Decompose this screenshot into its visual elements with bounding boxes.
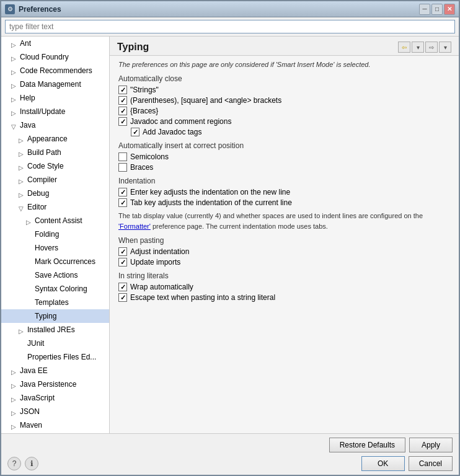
tree-arrow-cloud-foundry: ▷ (11, 53, 19, 61)
checkbox-label-semicolons: Semicolons (130, 152, 169, 161)
checkbox-label-parentheses: (Parentheses), [square] and <angle> brac… (130, 96, 281, 105)
bottom-icons: ? ℹ (7, 457, 38, 470)
checkbox-wrap-auto[interactable] (118, 283, 127, 291)
checkbox-label-enter-key: Enter key adjusts the indentation on the… (130, 188, 290, 196)
tree-label-save-actions: Save Actions (35, 270, 77, 281)
checkbox-adjust-indent[interactable] (118, 247, 127, 256)
tree-label-build-path: Build Path (27, 147, 61, 158)
checkbox-javadoc[interactable] (118, 117, 127, 126)
tree-label-install-update: Install/Update (20, 106, 65, 117)
checkbox-escape-text[interactable] (118, 293, 127, 302)
tree-item-javascript[interactable]: ▷JavaScript (1, 391, 109, 405)
search-input[interactable] (5, 20, 455, 33)
tree-item-typing[interactable]: Typing (1, 309, 109, 323)
ok-button[interactable]: OK (361, 456, 405, 471)
close-button[interactable]: ✕ (444, 4, 455, 15)
tree-arrow-hovers (26, 244, 33, 252)
checkbox-braces[interactable] (118, 107, 127, 115)
maximize-button[interactable]: □ (431, 4, 443, 15)
window-title: Preferences (19, 5, 419, 14)
checkbox-braces-insert[interactable] (118, 163, 127, 172)
tree-panel: ▷Ant▷Cloud Foundry▷Code Recommenders▷Dat… (1, 37, 110, 433)
tree-item-properties-files-editor[interactable]: Properties Files Ed... (1, 350, 109, 364)
tree-label-java: Java (20, 120, 35, 131)
tree-arrow-ant: ▷ (11, 40, 19, 47)
window-icon: ⚙ (5, 4, 15, 14)
tree-label-compiler: Compiler (27, 174, 57, 185)
checkbox-row-add-javadoc-tags: Add Javadoc tags (131, 128, 450, 136)
info-icon[interactable]: ℹ (25, 457, 38, 470)
back-nav-button[interactable]: ⇦ (398, 42, 410, 53)
checkbox-row-javadoc: Javadoc and comment regions (118, 117, 450, 126)
tree-item-java-persistence[interactable]: ▷Java Persistence (1, 377, 109, 391)
nav-dropdown-button[interactable]: ▾ (412, 42, 424, 53)
tree-item-syntax-coloring[interactable]: Syntax Coloring (1, 282, 109, 296)
tree-item-ant[interactable]: ▷Ant (1, 37, 109, 50)
section-note-indentation: The tab display value (currently 4) and … (118, 211, 450, 231)
tree-item-code-recommenders[interactable]: ▷Code Recommenders (1, 64, 109, 77)
tree-item-compiler[interactable]: ▷Compiler (1, 173, 109, 187)
tree-item-mark-occurrences[interactable]: Mark Occurrences (1, 255, 109, 268)
restore-apply-row: Restore Defaults Apply (7, 438, 453, 452)
checkbox-add-javadoc-tags[interactable] (131, 128, 139, 136)
tree-item-templates[interactable]: Templates (1, 296, 109, 309)
tree-item-junit[interactable]: JUnit (1, 337, 109, 350)
tree-item-install-update[interactable]: ▷Install/Update (1, 105, 109, 118)
tree-item-save-actions[interactable]: Save Actions (1, 268, 109, 282)
tree-item-help[interactable]: ▷Help (1, 91, 109, 105)
formatter-link[interactable]: 'Formatter' (118, 223, 151, 230)
tree-label-code-recommenders: Code Recommenders (20, 65, 92, 76)
checkbox-strings[interactable] (118, 86, 127, 94)
tree-item-content-assist[interactable]: ▷Content Assist (1, 214, 109, 227)
checkbox-parentheses[interactable] (118, 96, 127, 105)
tree-arrow-java-ee: ▷ (11, 367, 19, 374)
restore-defaults-button[interactable]: Restore Defaults (329, 438, 405, 452)
tree-label-cloud-foundry: Cloud Foundry (20, 51, 69, 63)
checkbox-enter-key[interactable] (118, 188, 127, 196)
section-label-string-literals: In string literals (118, 271, 450, 280)
tree-item-editor[interactable]: ▽Editor (1, 200, 109, 214)
window-controls: ─ □ ✕ (419, 4, 455, 15)
section-label-when-pasting: When pasting (118, 236, 450, 245)
section-auto-close: Automatically close"Strings"(Parentheses… (118, 74, 450, 136)
tree-item-cloud-foundry[interactable]: ▷Cloud Foundry (1, 50, 109, 64)
tree-item-folding[interactable]: Folding (1, 227, 109, 241)
tree-item-java[interactable]: ▽Java (1, 118, 109, 132)
section-label-auto-close: Automatically close (118, 74, 450, 83)
tree-item-build-path[interactable]: ▷Build Path (1, 146, 109, 159)
checkbox-label-add-javadoc-tags: Add Javadoc tags (143, 128, 201, 136)
forward-nav-button[interactable]: ⇨ (425, 42, 438, 53)
tree-label-templates: Templates (35, 297, 69, 308)
checkbox-row-adjust-indent: Adjust indentation (118, 247, 450, 256)
tree-item-java-ee[interactable]: ▷Java EE (1, 364, 109, 377)
tree-item-code-style[interactable]: ▷Code Style (1, 159, 109, 173)
tree-arrow-java-persistence: ▷ (11, 381, 19, 388)
checkbox-row-braces: {Braces} (118, 107, 450, 115)
section-label-indentation: Indentation (118, 177, 450, 185)
tree-arrow-help: ▷ (11, 94, 19, 102)
cancel-button[interactable]: Cancel (409, 456, 453, 471)
tree-item-installed-jres[interactable]: ▷Installed JREs (1, 323, 109, 337)
tree-item-json[interactable]: ▷JSON (1, 405, 109, 418)
checkbox-label-tab-key: Tab key adjusts the indentation of the c… (130, 198, 292, 207)
tree-item-data-management[interactable]: ▷Data Management (1, 77, 109, 91)
tree-label-java-ee: Java EE (20, 365, 48, 376)
tree-item-debug[interactable]: ▷Debug (1, 187, 109, 200)
tree-item-hovers[interactable]: Hovers (1, 241, 109, 255)
nav-more-button[interactable]: ▾ (439, 42, 451, 53)
checkbox-tab-key[interactable] (118, 198, 127, 207)
apply-button[interactable]: Apply (409, 438, 453, 452)
tree-label-junit: JUnit (27, 338, 44, 349)
checkbox-semicolons[interactable] (118, 152, 127, 161)
tree-item-maven[interactable]: ▷Maven (1, 418, 109, 432)
checkbox-update-imports[interactable] (118, 258, 127, 267)
tree-label-data-management: Data Management (20, 79, 81, 90)
tree-item-appearance[interactable]: ▷Appearance (1, 132, 109, 146)
checkbox-label-braces: {Braces} (130, 107, 158, 115)
help-icon[interactable]: ? (7, 457, 21, 470)
tree-label-hovers: Hovers (35, 242, 58, 253)
tree-label-debug: Debug (27, 188, 49, 199)
tree-arrow-debug: ▷ (19, 190, 26, 197)
minimize-button[interactable]: ─ (419, 4, 430, 15)
tree-arrow-code-recommenders: ▷ (11, 67, 19, 74)
